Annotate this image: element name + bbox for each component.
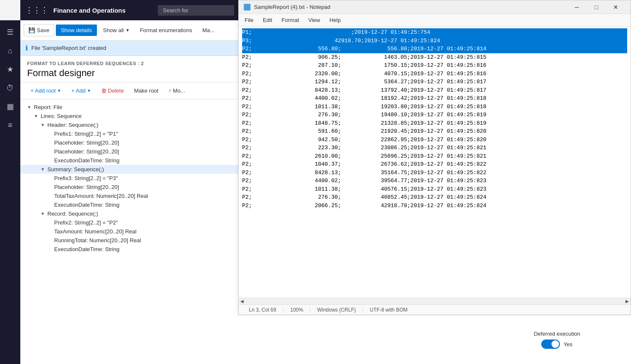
tree-node[interactable]: TotalTaxAmount: Numeric[20..20] Real	[20, 192, 239, 200]
text-line: P2; 2066.25; 42918.70;2019-12-27 01:49:2…	[242, 202, 627, 210]
text-line: P2; 276.30; 19480.10;2019-12-27 01:49:25…	[242, 111, 627, 119]
bottom-panel: Deferred execution Yes	[238, 315, 631, 364]
show-all-label: Show all	[103, 27, 124, 33]
tree-node-text: Placeholder: String[20..20]	[54, 184, 239, 190]
tree-node[interactable]: Prefix1: String[2..2] = "P1"	[20, 129, 239, 138]
show-all-button[interactable]: Show all ▼	[99, 25, 134, 36]
tree-node-text: Prefix3: String[2..2] = "P3"	[54, 175, 239, 181]
left-sidebar: ☰ ⌂ ★ ⏱ ▦ ≡	[0, 20, 20, 364]
tree-area: ▼Report: File▼Lines: Sequence▼Header: Se…	[20, 99, 239, 364]
tree-node-text: ExecutionDateTime: String	[54, 157, 239, 164]
show-details-button[interactable]: Show details	[56, 25, 97, 36]
text-line: P2; 4400.02; 18192.42;2019-12-27 01:49:2…	[242, 94, 627, 103]
minimize-button[interactable]: ─	[567, 0, 587, 14]
text-line: P2; 1040.37; 26736.62;2019-12-27 01:49:2…	[242, 160, 627, 169]
window-title: SampleReport (4).txt - Notepad	[254, 4, 567, 10]
tree-node-text: Placeholder: String[20..20]	[54, 140, 239, 146]
save-button[interactable]: 💾 Save	[24, 24, 54, 36]
content-area: FORMAT TO LEARN DEFERRED SEQUENCES : 2 F…	[20, 56, 239, 364]
tree-node[interactable]: Placeholder: String[20..20]	[20, 138, 239, 147]
tree-toolbar: + Add root ▼ + Add ▼ 🗑 Delete Make root …	[20, 82, 239, 99]
text-line: P2; 1294.12; 5364.27;2019-12-27 01:49:25…	[242, 78, 627, 86]
tree-node[interactable]: RunningTotal: Numeric[20..20] Real	[20, 236, 239, 245]
delete-button[interactable]: 🗑 Delete	[98, 86, 127, 96]
notepad-app-icon	[244, 4, 251, 11]
more-button[interactable]: Ma...	[198, 25, 219, 36]
menu-item-file[interactable]: File	[240, 15, 258, 25]
tree-node[interactable]: Placeholder: String[20..20]	[20, 183, 239, 192]
tree-node-text: ExecutionDateTime: String	[54, 202, 239, 208]
tree-node[interactable]: ExecutionDateTime: String	[20, 245, 239, 254]
app-top-bar: ⋮⋮⋮ Finance and Operations	[20, 0, 239, 20]
show-details-label: Show details	[61, 27, 92, 33]
text-line: P2; 556.80; 556.80;2019-12-27 01:49:25:8…	[242, 45, 627, 53]
sidebar-icon-modules[interactable]: ≡	[2, 117, 19, 134]
add-root-button[interactable]: + Add root ▼	[27, 86, 65, 96]
text-area[interactable]: P1; ;2019-12-27 01:49:25:754 P3; 42918.7…	[239, 27, 631, 298]
tree-toggle-icon: ▼	[41, 211, 47, 216]
maximize-button[interactable]: □	[587, 0, 606, 14]
text-line: P2; 591.60; 21920.45;2019-12-27 01:49:25…	[242, 127, 627, 136]
tree-node[interactable]: Prefix3: String[2..2] = "P3"	[20, 174, 239, 183]
tree-node-text: Record: Sequence(;)	[47, 211, 239, 217]
toggle-yes-label: Yes	[563, 341, 572, 348]
status-bar: Ln 3, Col 69 100% Windows (CRLF) UTF-8 w…	[239, 304, 631, 315]
text-line: P2; 906.25; 1463.05;2019-12-27 01:49:25:…	[242, 53, 627, 62]
tree-node[interactable]: Prefix2: String[2..2] = "P2"	[20, 218, 239, 227]
title-bar: SampleReport (4).txt - Notepad ─ □ ✕	[239, 0, 631, 14]
toggle-thumb	[551, 340, 559, 348]
zoom-level: 100%	[284, 307, 311, 313]
text-line: P2; 2610.00; 25696.25;2019-12-27 01:49:2…	[242, 152, 627, 161]
horizontal-scrollbar[interactable]: ◀ ▶	[239, 298, 631, 304]
scroll-right-icon[interactable]: ▶	[624, 298, 631, 305]
add-button[interactable]: + Add ▼	[68, 86, 95, 96]
scroll-left-icon[interactable]: ◀	[239, 298, 245, 305]
tree-node[interactable]: TaxAmount: Numeric[20..20] Real	[20, 227, 239, 236]
save-icon: 💾	[28, 27, 35, 33]
search-input[interactable]	[158, 5, 234, 16]
text-line: P2; 4400.02; 39564.77;2019-12-27 01:49:2…	[242, 177, 627, 185]
tree-node[interactable]: ▼Report: File	[20, 103, 239, 112]
info-icon: ℹ	[25, 44, 28, 52]
close-button[interactable]: ✕	[606, 0, 625, 14]
sidebar-icon-home[interactable]: ⌂	[2, 42, 19, 59]
notepad-menu: FileEditFormatViewHelp	[239, 14, 631, 27]
sidebar-icon-workspaces[interactable]: ▦	[2, 98, 19, 115]
text-line: P2; 8428.13; 35164.75;2019-12-27 01:49:2…	[242, 169, 627, 177]
left-panel: ⋮⋮⋮ Finance and Operations 💾 Save Show d…	[20, 0, 239, 364]
sidebar-icon-menu[interactable]: ☰	[2, 24, 19, 41]
tree-toggle-icon: ▼	[41, 167, 47, 172]
tree-toggle-icon: ▼	[34, 114, 41, 118]
make-root-button[interactable]: Make root	[131, 86, 162, 96]
trash-icon: 🗑	[101, 88, 107, 94]
tree-node[interactable]: ▼Summary: Sequence(;)	[20, 165, 239, 174]
text-line: P2; 276.30; 40852.45;2019-12-27 01:49:25…	[242, 193, 627, 202]
line-endings: Windows (CRLF)	[310, 307, 363, 313]
tree-node[interactable]: Placeholder: String[20..20]	[20, 147, 239, 156]
encoding: UTF-8 with BOM	[363, 307, 414, 313]
sidebar-icon-recent[interactable]: ⏱	[2, 79, 19, 96]
text-line: P2; 8428.13; 13792.40;2019-12-27 01:49:2…	[242, 86, 627, 95]
format-enumerations-button[interactable]: Format enumerations	[135, 25, 196, 36]
tree-node[interactable]: ExecutionDateTime: String	[20, 200, 239, 209]
menu-item-edit[interactable]: Edit	[259, 15, 276, 25]
menu-item-view[interactable]: View	[304, 15, 325, 25]
move-button[interactable]: ↑ Mo...	[165, 86, 188, 96]
sidebar-icon-favorites[interactable]: ★	[2, 61, 19, 78]
text-line: P2; 1011.38; 19203.80;2019-12-27 01:49:2…	[242, 103, 627, 111]
menu-item-format[interactable]: Format	[277, 15, 303, 25]
menu-item-help[interactable]: Help	[325, 15, 345, 25]
tree-node[interactable]: ▼Record: Sequence(;)	[20, 209, 239, 218]
main-toolbar: 💾 Save Show details Show all ▼ Format en…	[20, 20, 239, 41]
tree-node[interactable]: ExecutionDateTime: String	[20, 156, 239, 165]
tree-node-text: Prefix1: String[2..2] = "P1"	[54, 131, 239, 137]
deferred-execution-toggle[interactable]	[541, 339, 560, 349]
tree-node[interactable]: ▼Header: Sequence(;)	[20, 120, 239, 129]
tree-node[interactable]: ▼Lines: Sequence	[20, 112, 239, 120]
tree-node-text: RunningTotal: Numeric[20..20] Real	[54, 237, 239, 244]
text-line: P2; 2320.00; 4070.15;2019-12-27 01:49:25…	[242, 70, 627, 78]
text-line: P2; 942.50; 22862.95;2019-12-27 01:49:25…	[242, 136, 627, 144]
tree-toggle-icon: ▼	[27, 105, 34, 109]
app-grid-icon[interactable]: ⋮⋮⋮	[25, 5, 48, 15]
notepad-content: P1; ;2019-12-27 01:49:25:754 P3; 42918.7…	[239, 27, 631, 298]
